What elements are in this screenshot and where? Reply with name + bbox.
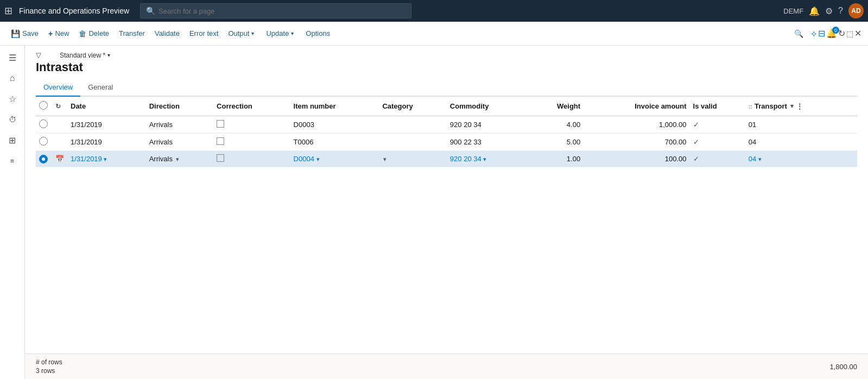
correction-checkbox-1[interactable] (217, 120, 224, 128)
row-weight-1: 4.00 (529, 116, 584, 134)
transport-dropdown-icon-3[interactable]: ▾ (758, 156, 762, 162)
avatar[interactable]: AD (848, 3, 864, 18)
toolbar: 💾 Save + New 🗑 Delete Transfer Validate … (0, 22, 868, 46)
row-item-number-2: T0006 (290, 134, 379, 151)
row-transport-3[interactable]: 04 ▾ (745, 151, 857, 167)
tab-overview[interactable]: Overview (36, 79, 80, 97)
item-dropdown-icon-3[interactable]: ▾ (316, 156, 320, 162)
correction-checkbox-3[interactable] (217, 154, 224, 162)
footer-total: 1,800.00 (829, 363, 857, 371)
row-select-3[interactable] (36, 151, 52, 167)
personalize-icon[interactable]: ⟡ (811, 29, 817, 39)
category-dropdown-icon-3[interactable]: ▾ (383, 156, 387, 162)
row-commodity-1: 920 20 34 (447, 116, 529, 134)
row-correction-3[interactable] (213, 151, 290, 167)
row-item-number-1: D0003 (290, 116, 379, 134)
row-commodity-2: 900 22 33 (447, 134, 529, 151)
row-category-2 (379, 134, 446, 151)
sidebar-workspaces-icon[interactable]: ⊞ (3, 130, 22, 150)
select-all-header[interactable] (36, 97, 52, 116)
open-new-window-icon[interactable]: ⬚ (846, 29, 853, 38)
save-button[interactable]: 💾 Save (7, 27, 43, 40)
footer: # of rows 3 rows 1,800.00 (25, 353, 868, 379)
output-button[interactable]: Output ▾ (224, 27, 261, 40)
transfer-button[interactable]: Transfer (115, 27, 149, 40)
direction-dropdown-icon-3[interactable]: ▾ (176, 156, 179, 162)
refresh-col-header: ↻ (52, 97, 67, 116)
row-is-valid-1: ✓ (690, 116, 745, 134)
view-selector[interactable]: ▽ Standard view * ▾ (36, 51, 857, 59)
validate-button[interactable]: Validate (150, 27, 184, 40)
table-row[interactable]: 1/31/2019 Arrivals D0003 920 20 34 4.00 … (36, 116, 857, 134)
sidebar-favorites-icon[interactable]: ☆ (3, 89, 22, 109)
row-date-3[interactable]: 1/31/2019 ▾ (67, 151, 146, 167)
notification-icon[interactable]: 🔔 (809, 6, 820, 16)
search-input[interactable] (159, 7, 406, 15)
settings-icon[interactable]: ⚙ (825, 6, 833, 16)
sidebar-menu-icon[interactable]: ☰ (3, 48, 22, 67)
output-chevron-icon: ▾ (251, 30, 254, 36)
rows-label: # of rows (36, 358, 62, 366)
close-icon[interactable]: ✕ (854, 28, 861, 39)
sidebar-recent-icon[interactable]: ⏱ (3, 110, 22, 129)
top-navigation: ⊞ Finance and Operations Preview 🔍 DEMF … (0, 0, 868, 22)
transport-more-icon[interactable]: ⋮ (796, 102, 803, 111)
env-label: DEMF (783, 7, 803, 15)
intrastat-table: ↻ Date Direction Correction Item number … (36, 97, 857, 167)
content-area: ▽ Standard view * ▾ Intrastat Overview G… (25, 46, 868, 379)
row-invoice-amount-3: 100.00 (584, 151, 689, 167)
row-correction-1[interactable] (213, 116, 290, 134)
transport-dropdown-icon[interactable]: ▾ (790, 103, 794, 110)
row-radio-1[interactable] (39, 119, 48, 128)
right-icons: DEMF 🔔 ⚙ ? AD (783, 3, 864, 18)
main-layout: ☰ ⌂ ☆ ⏱ ⊞ ≡ ▽ Standard view * ▾ Intrasta… (0, 46, 868, 379)
correction-checkbox-2[interactable] (217, 137, 224, 145)
update-chevron-icon: ▾ (291, 30, 294, 36)
valid-checkmark-1: ✓ (693, 121, 699, 129)
page-header: ▽ Standard view * ▾ Intrastat (25, 46, 868, 79)
tab-general[interactable]: General (80, 79, 121, 97)
row-correction-2[interactable] (213, 134, 290, 151)
sidebar-modules-icon[interactable]: ≡ (3, 151, 22, 170)
row-refresh-1 (52, 116, 67, 134)
table-container: ↻ Date Direction Correction Item number … (25, 97, 868, 353)
commodity-col-header: Commodity (447, 97, 529, 116)
row-category-3[interactable]: ▾ (379, 151, 446, 167)
category-col-header: Category (379, 97, 446, 116)
row-transport-1: 01 (745, 116, 857, 134)
toolbar-search-icon: 🔍 (794, 29, 803, 38)
toolbar-search-button[interactable]: 🔍 (790, 27, 808, 40)
split-view-icon[interactable]: ⊟ (818, 28, 825, 39)
row-direction-2: Arrivals (146, 134, 213, 151)
badge-icon[interactable]: 🔔 0 (826, 28, 837, 39)
error-text-button[interactable]: Error text (185, 27, 223, 40)
row-weight-2: 5.00 (529, 134, 584, 151)
direction-col-header: Direction (146, 97, 213, 116)
new-button[interactable]: + New (44, 27, 74, 40)
row-commodity-3[interactable]: 920 20 34 ▾ (447, 151, 529, 167)
row-radio-3[interactable] (39, 155, 48, 163)
row-direction-3[interactable]: Arrivals ▾ (146, 151, 213, 167)
row-select-2[interactable] (36, 134, 52, 151)
row-weight-3: 1.00 (529, 151, 584, 167)
row-invoice-amount-1: 1,000.00 (584, 116, 689, 134)
row-date-1: 1/31/2019 (67, 116, 146, 134)
row-radio-2[interactable] (39, 137, 48, 146)
commodity-dropdown-icon-3[interactable]: ▾ (483, 156, 486, 162)
help-icon[interactable]: ? (838, 6, 843, 16)
table-row[interactable]: 📅 1/31/2019 ▾ Arrivals ▾ (36, 151, 857, 167)
date-dropdown-icon-3[interactable]: ▾ (104, 156, 107, 162)
sidebar-home-icon[interactable]: ⌂ (3, 68, 22, 88)
rows-count: 3 rows (36, 367, 62, 375)
row-item-number-3[interactable]: D0004 ▾ (290, 151, 379, 167)
update-button[interactable]: Update ▾ (262, 27, 300, 40)
correction-col-header: Correction (213, 97, 290, 116)
delete-button[interactable]: 🗑 Delete (74, 27, 113, 40)
search-bar[interactable]: 🔍 (140, 3, 411, 18)
row-select-1[interactable] (36, 116, 52, 134)
app-grid-icon[interactable]: ⊞ (4, 5, 12, 17)
save-icon: 💾 (11, 29, 20, 38)
transport-col-header[interactable]: :: Transport ▾ ⋮ (745, 97, 857, 116)
table-row[interactable]: 1/31/2019 Arrivals T0006 900 22 33 5.00 … (36, 134, 857, 151)
options-button[interactable]: Options (301, 27, 334, 40)
